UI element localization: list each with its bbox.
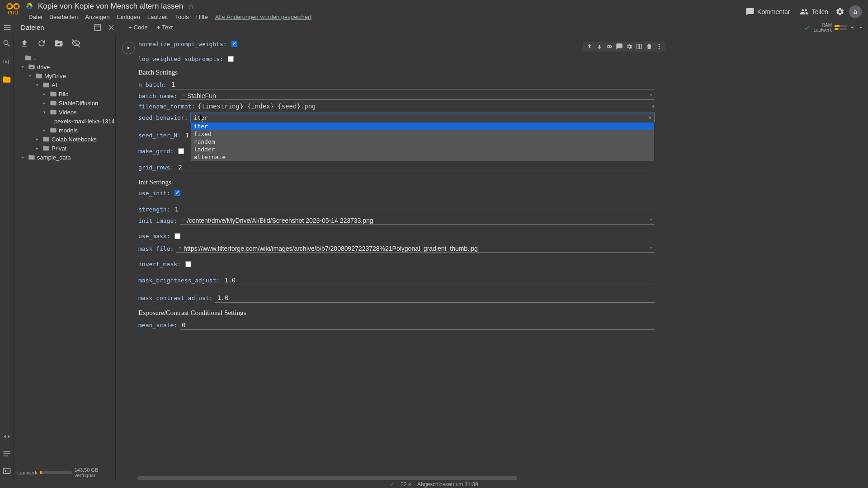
tree-item[interactable]: pexels-maxi-leiva-1314… [15,117,113,126]
grid-rows-input[interactable] [176,163,655,172]
mount-drive-icon[interactable] [54,39,63,48]
make-grid-checkbox[interactable] [178,148,184,154]
tree-item[interactable]: ▾drive [15,62,113,71]
add-code-button[interactable]: +Code [125,23,151,32]
tree-item[interactable]: ▾MyDrive [15,71,113,80]
settings-icon[interactable] [835,7,844,16]
field-label: use_mask: [138,233,170,239]
file-tree: .. ▾drive▾MyDrive▾AI▸Bild▸StableDiffusio… [14,52,115,465]
tree-item[interactable]: ▾AI [15,80,113,89]
caret-down-icon[interactable] [850,25,854,30]
horizontal-scrollbar[interactable] [137,476,517,480]
menu-edit[interactable]: Bearbeiten [46,12,81,22]
doc-title[interactable]: Kopie von Kopie von Mensch altern lassen [38,2,183,11]
field-label: mask_contrast_adjust: [138,295,212,301]
init-image-input[interactable] [187,217,647,224]
search-icon[interactable] [2,39,11,48]
menu-file[interactable]: Datei [25,12,45,22]
menu-help[interactable]: Hilfe [193,12,211,22]
strength-input[interactable] [173,205,655,214]
field-label: make_grid: [138,148,174,155]
runtime-indicator[interactable]: RAMLaufwerk [803,23,864,33]
tree-item[interactable]: ▾Videos [15,108,113,117]
play-icon [126,45,131,51]
use-mask-checkbox[interactable] [175,233,180,239]
left-rail: {x} [0,34,14,480]
field-label: init_image: [138,217,177,224]
hidden-files-icon[interactable] [71,39,80,48]
colab-logo-icon[interactable] [6,2,20,11]
tree-up[interactable]: .. [15,53,113,62]
dropdown-option-iter[interactable]: iter [191,122,654,130]
menu-view[interactable]: Anzeigen [82,12,113,22]
dropdown-option-fixed[interactable]: fixed [191,130,654,138]
terminal-icon[interactable] [2,466,11,475]
collapse-icon[interactable] [857,24,864,31]
menu-insert[interactable]: Einfügen [113,12,143,22]
menu-icon[interactable] [3,23,12,32]
dropdown-option-ladder[interactable]: ladder [191,145,654,153]
disk-free-label: 143.50 GB verfügbar [75,467,112,478]
disk-bar [40,471,72,474]
comment-button[interactable]: Kommentar [743,5,793,18]
row-strength: strength: [138,205,655,214]
field-label: mask_file: [138,245,174,252]
files-tab-icon[interactable] [2,75,11,84]
normalize-prompt-weights-checkbox[interactable] [231,41,237,47]
close-panel-icon[interactable] [107,23,116,32]
invert-mask-checkbox[interactable] [185,261,191,267]
seed-behavior-select[interactable]: iter▼ [191,113,655,122]
row-seed-behavior: seed_behavior: iter▼ iter fixed random l… [138,113,655,122]
star-icon[interactable]: ☆ [188,2,194,11]
tree-item[interactable]: ▸Colab Notebooks [15,135,113,144]
share-button[interactable]: Teilen [797,5,831,18]
mask-brightness-input[interactable] [222,276,655,285]
avatar[interactable]: a [849,5,862,18]
batch-name-input[interactable] [187,92,647,99]
add-text-button[interactable]: +Text [153,23,176,32]
dropdown-option-random[interactable]: random [191,138,654,145]
check-icon [803,24,811,31]
caret-down-icon: ▼ [652,104,655,109]
tree-item[interactable]: ▸Privat [15,144,113,153]
save-status[interactable]: Alle Änderungen wurden gespeichert [212,12,315,22]
refresh-icon[interactable] [37,39,46,48]
field-label: log_weighted_subprompts: [138,56,223,62]
files-panel: .. ▾drive▾MyDrive▾AI▸Bild▸StableDiffusio… [14,34,116,480]
dropdown-option-alternate[interactable]: alternate [191,153,654,161]
log-weighted-subprompts-checkbox[interactable] [228,56,234,62]
status-bar: ✓ 22 s Abgeschlossen um 11:39 [0,480,868,488]
tree-label: Bild [59,91,69,98]
row-grid-rows: grid_rows: [138,163,655,172]
code-snippets-icon[interactable] [2,432,11,441]
upload-icon[interactable] [20,39,29,48]
new-window-icon[interactable] [93,23,102,32]
run-cell-button[interactable] [122,42,135,54]
svg-point-13 [659,44,660,45]
status-msg: Abgeschlossen um 11:39 [417,481,478,488]
n-batch-input[interactable] [170,80,655,89]
use-init-checkbox[interactable] [175,190,180,196]
tree-item[interactable]: ▸models [15,126,113,135]
field-label: mean_scale: [138,322,177,328]
menu-runtime[interactable]: Laufzeit [144,12,171,22]
tree-label: AI [52,82,57,89]
command-palette-icon[interactable] [2,449,11,458]
menu-tools[interactable]: Tools [172,12,192,22]
mask-file-input[interactable] [184,245,647,252]
filename-format-select[interactable]: {timestring}_{index}_{seed}.png▼ [198,103,655,110]
variables-icon[interactable]: {x} [2,57,11,66]
tree-item[interactable]: ▸Bild [15,89,113,99]
field-label: strength: [138,206,170,213]
gdrive-icon [25,2,33,11]
app-header: PRO Kopie von Kopie von Mensch altern la… [0,0,868,21]
mean-scale-input[interactable] [180,320,655,330]
tree-label: drive [37,64,50,70]
tree-item[interactable]: ▸sample_data [15,153,113,162]
add-text-label: Text [162,24,173,31]
share-icon [800,7,809,16]
more-icon[interactable] [656,43,663,50]
mask-contrast-input[interactable] [215,293,655,303]
row-normalize-prompt-weights: normalize_prompt_weights: [138,41,655,47]
tree-item[interactable]: ▸StableDiffusion [15,99,113,108]
